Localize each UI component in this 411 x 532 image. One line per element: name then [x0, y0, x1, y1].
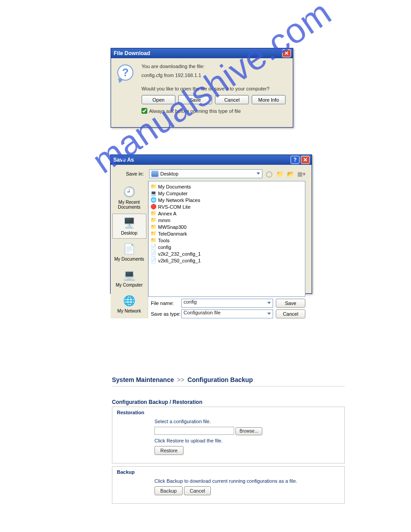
- place-label: My Computer: [116, 283, 142, 287]
- filename-input[interactable]: config: [181, 299, 273, 308]
- list-item[interactable]: 📁mmm: [150, 217, 303, 223]
- button-row: Open Save Cancel More Info: [141, 95, 287, 104]
- save-as-main: 🕘My Recent Documents 🖥️Desktop 📄My Docum…: [111, 181, 308, 318]
- back-icon[interactable]: ◯: [265, 170, 273, 178]
- list-item[interactable]: 📄config: [150, 244, 303, 250]
- net-icon: 🌐: [150, 197, 157, 203]
- place-label: My Recent Documents: [118, 200, 141, 210]
- cancel-button[interactable]: Cancel: [215, 95, 249, 104]
- file-download-title: File Download: [113, 50, 282, 56]
- breadcrumb: System Maintenance >> Configuration Back…: [112, 376, 345, 386]
- place-label: My Network: [117, 309, 141, 313]
- restoration-legend: Restoration: [117, 410, 340, 415]
- filetype-combo[interactable]: Configuration file: [181, 309, 273, 318]
- save-in-row: Save in: Desktop ◯ 📁 📂 ▦▾: [111, 168, 308, 181]
- config-file-input[interactable]: [154, 427, 234, 435]
- backup-panel: Backup Click Backup to download current …: [112, 466, 345, 504]
- folder-icon: 📁: [150, 238, 157, 243]
- place-label: Desktop: [121, 231, 137, 236]
- list-item-label: RVS-COM Lite: [158, 204, 191, 210]
- network-icon: 🌐: [122, 295, 137, 307]
- download-line2: config.cfg from 192.168.1.1: [141, 73, 287, 78]
- list-item[interactable]: 📄v2k2_232_config_1: [150, 250, 303, 257]
- up-icon[interactable]: 📁: [276, 170, 284, 178]
- file-download-body: ? You are downloading the file: config.c…: [111, 58, 293, 118]
- browse-button[interactable]: Browse...: [235, 427, 262, 435]
- desktop-icon: [151, 171, 158, 177]
- backup-button[interactable]: Backup: [154, 486, 183, 495]
- always-ask-label: Always ask before opening this type of f…: [149, 108, 241, 114]
- list-item[interactable]: 📁MWSnap300: [150, 223, 303, 230]
- filename-label: File name:: [148, 300, 181, 306]
- save-as-title: Save As: [112, 157, 291, 163]
- restoration-panel: Restoration Select a configuration file.…: [112, 407, 345, 463]
- place-desktop[interactable]: 🖥️Desktop: [112, 214, 146, 239]
- help-button[interactable]: ?: [291, 156, 300, 164]
- save-in-combo[interactable]: Desktop: [149, 169, 262, 178]
- mycomp-icon: 💻: [150, 191, 157, 196]
- file-download-dialog: File Download ✕ ? You are downloading th…: [111, 48, 293, 128]
- list-item-label: config: [158, 245, 171, 250]
- place-recent[interactable]: 🕘My Recent Documents: [112, 183, 146, 213]
- mydoc-icon: 📁: [150, 184, 157, 189]
- filetype-value: Configuration file: [184, 310, 221, 315]
- save-button[interactable]: Save: [178, 95, 212, 104]
- filetype-label: Save as type:: [148, 311, 181, 317]
- backup-hint: Click Backup to download current running…: [154, 478, 340, 484]
- place-label: My Documents: [114, 257, 144, 262]
- list-item-label: v2k2_232_config_1: [158, 251, 201, 257]
- section-title: Configuration Backup / Restoration: [112, 399, 345, 405]
- save-as-bottom: File name: config Save as type: Configur…: [148, 297, 308, 318]
- folder-icon: 📁: [150, 218, 157, 223]
- save-as-titlebar[interactable]: Save As ? ✕: [111, 155, 312, 165]
- restore-button[interactable]: Restore: [154, 446, 184, 455]
- file-download-titlebar[interactable]: File Download ✕: [111, 48, 293, 58]
- list-item[interactable]: 📁Annex A: [150, 210, 303, 217]
- save-button[interactable]: Save: [276, 299, 305, 308]
- file-icon: 📄: [150, 258, 157, 263]
- places-bar: 🕘My Recent Documents 🖥️Desktop 📄My Docum…: [111, 181, 148, 318]
- cancel-button[interactable]: Cancel: [276, 309, 305, 318]
- documents-icon: 📄: [122, 243, 137, 255]
- list-item[interactable]: 📁Tools: [150, 237, 303, 244]
- folder-icon: 📁: [150, 231, 157, 236]
- rvs-icon: 🔴: [150, 204, 157, 210]
- views-icon[interactable]: ▦▾: [297, 170, 305, 178]
- list-item[interactable]: 📁My Documents: [150, 183, 303, 190]
- file-icon: 📄: [150, 245, 157, 250]
- download-line3: Would you like to open the file or save …: [141, 86, 287, 91]
- new-folder-icon[interactable]: 📂: [287, 170, 295, 178]
- list-item-label: My Network Places: [158, 197, 200, 203]
- backup-legend: Backup: [117, 469, 340, 475]
- filename-value: config: [184, 299, 197, 305]
- list-item-label: My Computer: [158, 191, 188, 196]
- breadcrumb-a: System Maintenance: [112, 376, 174, 383]
- list-item[interactable]: 🌐My Network Places: [150, 197, 303, 203]
- list-item[interactable]: 📁TeleDanmark: [150, 230, 303, 237]
- list-item-label: mmm: [158, 218, 171, 223]
- save-as-body: Save in: Desktop ◯ 📁 📂 ▦▾ 🕘My Recent Doc…: [111, 165, 312, 293]
- save-in-label: Save in:: [113, 171, 146, 176]
- list-item[interactable]: 🔴RVS-COM Lite: [150, 203, 303, 210]
- web-section: System Maintenance >> Configuration Back…: [112, 376, 345, 506]
- computer-icon: 💻: [122, 269, 137, 281]
- file-download-text: You are downloading the file: config.cfg…: [141, 64, 287, 114]
- cancel-button[interactable]: Cancel: [184, 486, 211, 495]
- always-ask-checkbox[interactable]: [141, 108, 147, 114]
- chevron-icon: >>: [176, 376, 185, 383]
- place-mycomputer[interactable]: 💻My Computer: [112, 266, 146, 291]
- list-item[interactable]: 💻My Computer: [150, 190, 303, 197]
- save-as-dialog: Save As ? ✕ Save in: Desktop ◯ 📁 📂 ▦▾ 🕘M…: [110, 154, 312, 294]
- close-button[interactable]: ✕: [282, 49, 291, 57]
- list-item-label: v2k6_250_config_1: [158, 258, 201, 263]
- always-ask-row: Always ask before opening this type of f…: [141, 108, 287, 114]
- place-mynetwork[interactable]: 🌐My Network: [112, 292, 146, 317]
- open-button[interactable]: Open: [141, 95, 176, 104]
- place-mydocs[interactable]: 📄My Documents: [112, 240, 146, 265]
- more-info-button[interactable]: More Info: [252, 95, 286, 104]
- desktop-icon: 🖥️: [122, 217, 137, 229]
- list-item[interactable]: 📄v2k6_250_config_1: [150, 257, 303, 264]
- file-list[interactable]: 📁My Documents💻My Computer🌐My Network Pla…: [148, 181, 305, 297]
- save-in-value: Desktop: [160, 171, 178, 176]
- close-button[interactable]: ✕: [301, 156, 310, 164]
